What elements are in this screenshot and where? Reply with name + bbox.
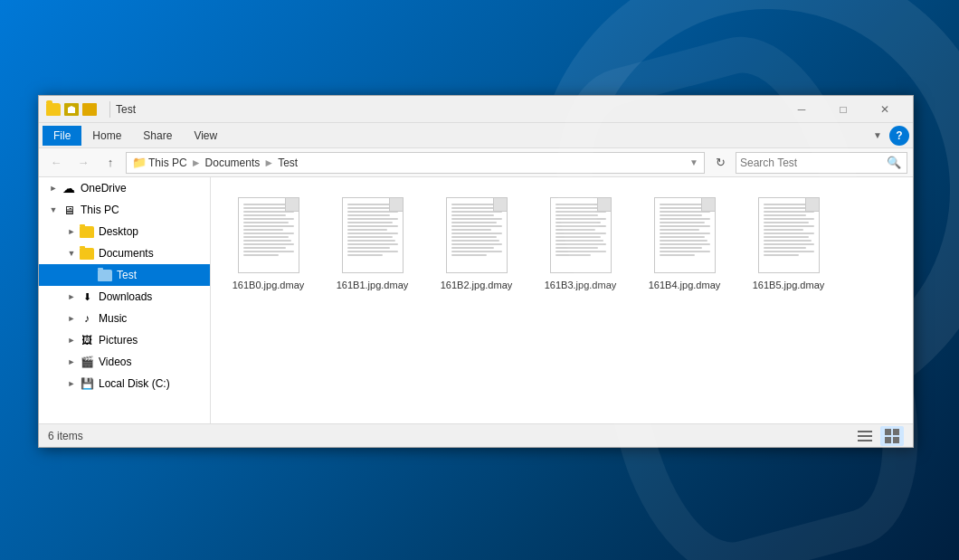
item-count: 6 items [48,430,83,442]
downloads-icon: ⬇ [79,289,95,304]
view-controls [853,426,904,446]
thispc-label: This PC [81,204,119,216]
onedrive-icon: ☁ [61,181,77,195]
file-icon-0 [236,195,301,275]
sidebar-item-localdisk[interactable]: ► 💾 Local Disk (C:) [39,373,210,394]
sidebar-item-downloads[interactable]: ► ⬇ Downloads [39,286,210,308]
downloads-label: Downloads [99,290,152,303]
menu-chevron-icon[interactable]: ▼ [866,127,889,144]
file-item-5[interactable]: 161B5.jpg.dmay [745,192,831,295]
sidebar-item-test[interactable]: Test [39,264,210,286]
search-input[interactable] [740,157,881,169]
bc-this-pc[interactable]: This PC [148,157,187,169]
titlebar: Test ─ □ ✕ [39,96,913,123]
titlebar-separator [109,101,110,118]
svg-rect-4 [893,429,899,435]
search-box[interactable]: 🔍 [736,152,907,174]
search-button[interactable]: 🔍 [885,154,903,172]
test-label: Test [117,269,137,281]
localdisk-expand-icon[interactable]: ► [64,376,79,391]
menu-view[interactable]: View [183,126,228,146]
minimize-button[interactable]: ─ [781,96,822,123]
file-name-5: 161B5.jpg.dmay [753,279,825,291]
up-button[interactable]: ↑ [99,152,122,174]
statusbar: 6 items [39,423,913,447]
music-icon: ♪ [79,311,95,326]
file-item-3[interactable]: 161B3.jpg.dmay [537,192,623,295]
doc-icon-0 [238,197,299,273]
sidebar-item-onedrive[interactable]: ► ☁ OneDrive [39,177,210,199]
pictures-label: Pictures [99,334,138,346]
svg-rect-5 [885,437,891,443]
file-item-2[interactable]: 161B2.jpg.dmay [433,192,519,295]
refresh-button[interactable]: ↻ [708,152,732,174]
menu-share[interactable]: Share [132,126,183,146]
doc-icon-2 [446,197,508,273]
sidebar-item-music[interactable]: ► ♪ Music [39,308,210,329]
details-view-button[interactable] [853,426,877,446]
videos-label: Videos [99,356,131,368]
explorer-window: Test ─ □ ✕ File Home Share View ▼ ? ← → … [38,95,914,448]
test-expand-icon[interactable] [82,268,97,282]
titlebar-folder-icon [46,103,61,116]
file-item-1[interactable]: 161B1.jpg.dmay [329,192,415,295]
videos-expand-icon[interactable]: ► [64,355,79,369]
sidebar-item-videos[interactable]: ► 🎬 Videos [39,351,210,373]
thispc-expand-icon[interactable]: ▼ [46,203,61,217]
music-label: Music [99,312,127,325]
music-expand-icon[interactable]: ► [64,311,79,326]
back-button[interactable]: ← [44,152,68,174]
forward-button[interactable]: → [71,152,95,174]
documents-label: Documents [99,247,154,260]
sidebar-item-desktop[interactable]: ► Desktop [39,221,210,242]
doc-icon-4 [654,197,716,273]
file-view: 161B0.jpg.dmay [211,177,913,423]
svg-rect-0 [858,431,872,432]
svg-rect-2 [858,440,872,441]
file-name-3: 161B3.jpg.dmay [545,279,617,291]
thispc-icon: 🖥 [61,203,77,217]
main-area: ► ☁ OneDrive ▼ 🖥 This PC ► Desktop ▼ [39,177,913,423]
sidebar-item-pictures[interactable]: ► 🖼 Pictures [39,329,210,351]
file-name-4: 161B4.jpg.dmay [649,279,721,291]
desktop-icon [79,224,95,239]
titlebar-icon3 [82,103,97,116]
file-icon-4 [652,195,717,275]
downloads-expand-icon[interactable]: ► [64,289,79,304]
file-icon-5 [756,195,821,275]
pictures-expand-icon[interactable]: ► [64,333,79,347]
window-controls: ─ □ ✕ [781,96,906,123]
file-item-0[interactable]: 161B0.jpg.dmay [225,192,311,295]
bc-dropdown-icon[interactable]: ▼ [689,157,698,167]
svg-rect-6 [893,437,899,443]
pictures-icon: 🖼 [79,333,95,347]
menu-home[interactable]: Home [81,126,132,146]
menu-file[interactable]: File [43,126,81,146]
file-name-0: 161B0.jpg.dmay [233,279,305,291]
close-button[interactable]: ✕ [864,96,906,123]
file-icon-3 [548,195,613,275]
onedrive-label: OneDrive [81,182,127,195]
sidebar: ► ☁ OneDrive ▼ 🖥 This PC ► Desktop ▼ [39,177,211,423]
bc-documents[interactable]: Documents [205,157,261,169]
sidebar-item-thispc[interactable]: ▼ 🖥 This PC [39,199,210,221]
breadcrumb[interactable]: 📁 This PC ► Documents ► Test ▼ [126,152,705,174]
documents-icon [79,246,95,261]
bc-test[interactable]: Test [278,157,298,169]
doc-icon-1 [342,197,404,273]
file-name-1: 161B1.jpg.dmay [337,279,409,291]
tiles-view-button[interactable] [880,426,904,446]
maximize-button[interactable]: □ [822,96,864,123]
menubar-right: ▼ ? [866,126,909,146]
file-item-4[interactable]: 161B4.jpg.dmay [641,192,727,295]
sidebar-item-documents[interactable]: ▼ Documents [39,242,210,264]
localdisk-icon: 💾 [79,376,95,391]
videos-icon: 🎬 [79,355,95,369]
doc-icon-5 [758,197,820,273]
address-bar: ← → ↑ 📁 This PC ► Documents ► Test ▼ ↻ 🔍 [39,148,913,177]
desktop-expand-icon[interactable]: ► [64,224,79,239]
documents-expand-icon[interactable]: ▼ [64,246,79,261]
help-button[interactable]: ? [889,126,909,146]
onedrive-expand-icon[interactable]: ► [46,181,61,195]
file-name-2: 161B2.jpg.dmay [441,279,513,291]
